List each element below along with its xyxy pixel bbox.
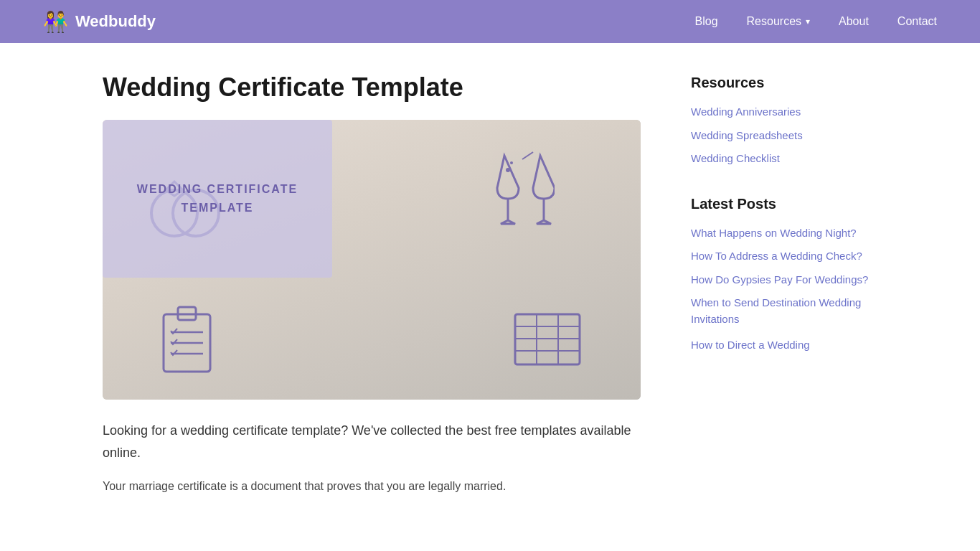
sidebar-link-direct-wedding[interactable]: How to Direct a Wedding — [691, 337, 877, 354]
site-header: 👫 Wedbuddy Blog Resources ▾ About Contac… — [0, 0, 980, 43]
champagne-glasses-icon — [490, 149, 555, 237]
clipboard-icon — [160, 303, 217, 378]
svg-line-8 — [522, 152, 533, 159]
resources-heading: Resources — [691, 75, 877, 91]
nav-contact[interactable]: Contact — [897, 15, 937, 28]
page-title: Wedding Certificate Template — [103, 72, 648, 103]
svg-point-7 — [510, 161, 513, 164]
main-nav: Blog Resources ▾ About Contact — [695, 15, 937, 28]
latest-posts-heading: Latest Posts — [691, 196, 877, 212]
logo-text: Wedbuddy — [75, 12, 156, 31]
svg-point-6 — [506, 168, 510, 172]
sidebar-link-gypsies[interactable]: How Do Gypsies Pay For Weddings? — [691, 272, 877, 288]
logo-icon: 👫 — [43, 10, 68, 34]
hero-image: FREE TEMPLATE WEDDING CERTIFICATE TEMPLA… — [103, 120, 641, 400]
sidebar-link-wedding-check[interactable]: How To Address a Wedding Check? — [691, 248, 877, 265]
chevron-down-icon: ▾ — [806, 17, 810, 27]
nav-resources-link[interactable]: Resources — [747, 15, 801, 28]
sidebar-link-wedding-night[interactable]: What Happens on Wedding Night? — [691, 225, 877, 242]
nav-blog[interactable]: Blog — [695, 15, 718, 28]
site-logo[interactable]: 👫 Wedbuddy — [43, 10, 156, 34]
sidebar-link-spreadsheets[interactable]: Wedding Spreadsheets — [691, 128, 877, 144]
sidebar-link-destination-wedding[interactable]: When to Send Destination Wedding Invitat… — [691, 295, 877, 327]
cert-title-line1: WEDDING CERTIFICATE — [137, 183, 298, 196]
cert-card: FREE TEMPLATE WEDDING CERTIFICATE TEMPLA… — [103, 120, 332, 278]
spreadsheet-icon — [512, 311, 583, 371]
intro-text: Looking for a wedding certificate templa… — [103, 420, 648, 463]
sidebar-link-checklist[interactable]: Wedding Checklist — [691, 151, 877, 167]
resources-section: Resources Wedding Anniversaries Wedding … — [691, 75, 877, 167]
page-wrapper: Wedding Certificate Template — [60, 43, 920, 525]
sidebar-link-anniversaries[interactable]: Wedding Anniversaries — [691, 104, 877, 121]
cert-title-line2: TEMPLATE — [181, 202, 253, 215]
main-content: Wedding Certificate Template — [103, 72, 648, 496]
nav-resources[interactable]: Resources ▾ — [747, 15, 810, 28]
body-text: Your marriage certificate is a document … — [103, 476, 648, 496]
nav-about[interactable]: About — [839, 15, 869, 28]
sidebar: Resources Wedding Anniversaries Wedding … — [691, 72, 877, 496]
latest-posts-section: Latest Posts What Happens on Wedding Nig… — [691, 196, 877, 354]
